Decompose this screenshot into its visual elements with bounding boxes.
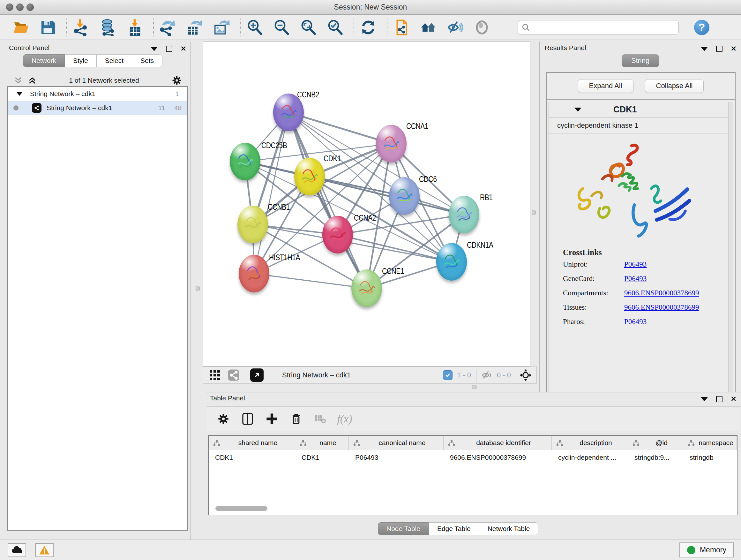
collapse-all-button[interactable]: Collapse All — [645, 79, 704, 93]
table-row[interactable]: CDK1CDK1P064939606.ENSP00000378699cyclin… — [209, 450, 737, 464]
table-cell[interactable]: P06493 — [349, 450, 444, 464]
network-edges — [203, 42, 530, 366]
tab-network[interactable]: Network — [23, 54, 65, 67]
table-options-gear-icon[interactable] — [214, 411, 232, 427]
right-splitter-handle[interactable] — [532, 210, 536, 215]
tab-sets[interactable]: Sets — [132, 54, 162, 67]
birds-eye-view-icon[interactable] — [209, 369, 220, 381]
crosslink-link[interactable]: P06493 — [624, 318, 647, 326]
network-canvas[interactable]: CCNB2CCNA1CDC25BCDK1CDC6RB1CCNB1CCNA2CDK… — [203, 42, 530, 367]
network-options-gear-icon[interactable] — [171, 75, 183, 86]
expand-all-button[interactable]: Expand All — [578, 79, 633, 93]
zoom-fit-icon[interactable] — [299, 18, 317, 37]
close-panel-icon[interactable]: ✕ — [731, 395, 737, 402]
node-RB1[interactable] — [449, 196, 479, 233]
crosslink-link[interactable]: P06493 — [624, 260, 647, 268]
left-splitter-handle[interactable] — [196, 286, 200, 291]
tab-select[interactable]: Select — [97, 54, 132, 67]
column-header-namespace[interactable]: namespace — [683, 436, 737, 450]
node-CDKN1A[interactable] — [436, 243, 467, 281]
table-cell[interactable]: CDK1 — [295, 450, 349, 464]
node-HIST1H1A[interactable] — [239, 255, 269, 293]
string-results-tab[interactable]: String — [622, 54, 659, 67]
protein-ribbon-thumbnail — [235, 149, 255, 174]
float-panel-icon[interactable] — [151, 47, 158, 51]
column-header-canonical-name[interactable]: canonical name — [349, 436, 444, 450]
expand-all-icon[interactable] — [27, 76, 37, 85]
float-panel-icon[interactable] — [701, 397, 708, 401]
zoom-out-icon[interactable] — [273, 18, 290, 37]
delete-column-icon[interactable] — [287, 411, 306, 427]
crosslink-link[interactable]: P06493 — [624, 274, 647, 283]
table-horizontal-scrollbar[interactable] — [215, 506, 267, 511]
fit-content-crosshair-icon[interactable] — [519, 369, 532, 381]
export-network-icon[interactable] — [159, 18, 177, 37]
node-CDC25B[interactable] — [230, 143, 260, 180]
network-view-title: String Network – cdk1 — [282, 371, 351, 379]
results-scrollbar[interactable] — [728, 102, 733, 407]
protein-ribbon-thumbnail — [278, 100, 299, 125]
import-network-database-icon[interactable] — [99, 18, 117, 37]
node-CDC6[interactable] — [389, 177, 420, 215]
table-cell[interactable]: 9606.ENSP00000378699 — [444, 450, 552, 464]
column-header-database-identifier[interactable]: database identifier — [444, 436, 552, 450]
zoom-in-icon[interactable] — [246, 18, 264, 37]
hide-selection-icon[interactable] — [446, 18, 464, 37]
table-cell[interactable]: stringdb — [683, 450, 737, 464]
cytoscape-window: Session: New Session — [0, 0, 741, 560]
node-CCNA2[interactable] — [322, 216, 353, 253]
save-session-icon[interactable] — [39, 18, 57, 37]
show-columns-icon[interactable] — [239, 411, 257, 427]
crosslink-link[interactable]: 9606.ENSP00000378699 — [624, 289, 699, 297]
protein-collapse-icon[interactable] — [575, 108, 582, 112]
table-cell[interactable]: cyclin-dependent ... — [552, 450, 628, 464]
undock-panel-icon[interactable] — [716, 396, 723, 402]
import-network-icon[interactable] — [72, 18, 90, 37]
crosslink-link[interactable]: 9606.ENSP00000378699 — [624, 303, 699, 312]
column-header--id[interactable]: @id — [628, 436, 683, 450]
open-session-icon[interactable] — [12, 18, 30, 37]
node-CDK1[interactable] — [294, 158, 325, 195]
show-all-icon[interactable] — [473, 18, 491, 37]
cloud-status-button[interactable] — [8, 543, 26, 557]
share-document-icon[interactable] — [393, 18, 410, 37]
memory-button[interactable]: Memory — [679, 543, 734, 557]
selected-nodes-checkbox[interactable] — [443, 370, 453, 380]
node-CCNB1[interactable] — [238, 206, 268, 243]
import-table-icon[interactable] — [126, 18, 144, 37]
open-view-icon[interactable] — [250, 368, 264, 382]
node-CCNE1[interactable] — [351, 269, 382, 307]
collapse-all-icon[interactable] — [13, 76, 23, 85]
refresh-icon[interactable] — [359, 18, 377, 37]
help-icon[interactable]: ? — [694, 20, 710, 35]
float-panel-icon[interactable] — [701, 47, 708, 51]
tab-edge-table[interactable]: Edge Table — [429, 522, 479, 535]
warning-status-button[interactable] — [35, 543, 54, 557]
home-icon[interactable] — [419, 18, 437, 37]
search-input[interactable] — [518, 20, 679, 35]
column-header-shared-name[interactable]: shared name — [209, 436, 295, 450]
tab-network-table[interactable]: Network Table — [479, 522, 539, 535]
export-image-icon[interactable] — [212, 18, 230, 37]
add-column-icon[interactable] — [263, 411, 281, 427]
table-cell[interactable]: stringdb:9... — [628, 450, 683, 464]
tab-style[interactable]: Style — [65, 54, 97, 67]
node-CCNA1[interactable] — [376, 125, 407, 163]
network-row[interactable]: String Network – cdk1 11 48 — [8, 101, 187, 115]
close-panel-icon[interactable]: ✕ — [181, 45, 186, 52]
bottom-splitter-handle[interactable] — [472, 385, 477, 389]
table-cell[interactable]: CDK1 — [209, 450, 295, 464]
string-style-icon[interactable] — [227, 369, 240, 381]
collection-expand-icon[interactable] — [17, 92, 22, 96]
network-state-dot — [13, 105, 18, 111]
undock-panel-icon[interactable] — [166, 46, 172, 52]
export-table-icon[interactable] — [186, 18, 204, 37]
column-header-name[interactable]: name — [295, 436, 349, 450]
zoom-selected-icon[interactable] — [326, 18, 344, 37]
tab-node-table[interactable]: Node Table — [378, 522, 429, 535]
network-collection-row[interactable]: String Network – cdk1 1 — [8, 87, 187, 101]
close-panel-icon[interactable]: ✕ — [731, 45, 737, 52]
undock-panel-icon[interactable] — [716, 46, 723, 52]
function-builder-icon: f(x) — [335, 411, 354, 427]
column-header-description[interactable]: description — [552, 436, 628, 450]
